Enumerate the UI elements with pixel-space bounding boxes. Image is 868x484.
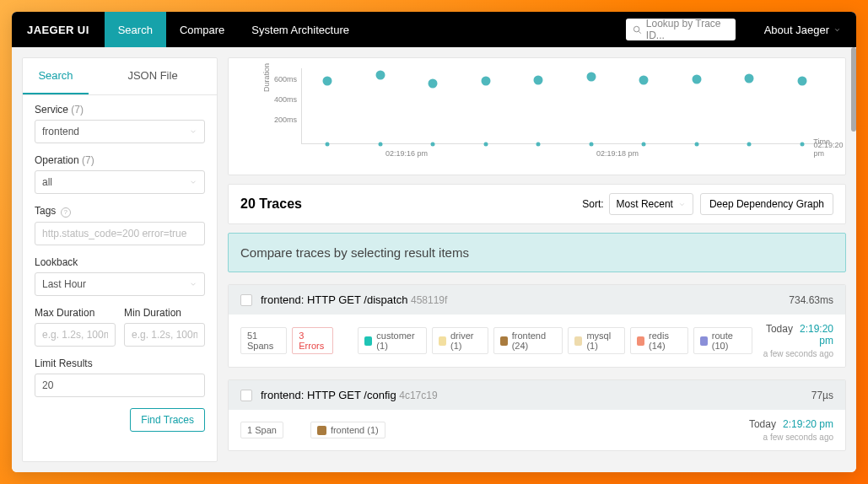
field-limit: Limit Results bbox=[35, 358, 205, 397]
field-operation: Operation (7) all bbox=[35, 154, 205, 194]
service-tag: mysql (1) bbox=[568, 327, 625, 354]
chart-point[interactable] bbox=[694, 142, 698, 146]
results-count: 20 Traces bbox=[240, 196, 302, 212]
trace-duration: 77µs bbox=[811, 390, 833, 401]
chart-point[interactable] bbox=[378, 142, 382, 146]
chevron-down-icon bbox=[189, 280, 197, 288]
field-min-duration: Min Duration bbox=[124, 307, 205, 347]
field-max-duration: Max Duration bbox=[35, 307, 116, 347]
search-icon bbox=[633, 24, 642, 35]
help-icon[interactable]: ? bbox=[61, 207, 71, 218]
limit-input[interactable] bbox=[35, 374, 205, 397]
field-service: Service (7) frontend bbox=[35, 104, 205, 143]
nav-compare[interactable]: Compare bbox=[166, 12, 238, 47]
service-tag: route (10) bbox=[693, 327, 752, 354]
span-count-tag: 1 Span bbox=[240, 422, 283, 438]
span-count-tag: 51 Spans bbox=[240, 327, 287, 354]
trace-card[interactable]: frontend: HTTP GET /config 4c17c1977µs1 … bbox=[228, 379, 846, 451]
trace-header: frontend: HTTP GET /dispatch 458119f734.… bbox=[229, 285, 845, 315]
chart-point[interactable] bbox=[483, 142, 488, 146]
svg-point-0 bbox=[633, 26, 639, 32]
topbar: JAEGER UI Search Compare System Architec… bbox=[12, 12, 856, 47]
lookup-placeholder: Lookup by Trace ID... bbox=[646, 18, 729, 41]
results-main: Duration Time 200ms400ms600ms02:19:16 pm… bbox=[228, 57, 846, 462]
trace-header: frontend: HTTP GET /config 4c17c1977µs bbox=[229, 380, 845, 410]
chevron-down-icon bbox=[189, 127, 197, 136]
chart-xtick: 02:19:18 pm bbox=[596, 149, 639, 158]
service-tag: driver (1) bbox=[432, 327, 488, 354]
trace-id: 458119f bbox=[411, 294, 447, 306]
operation-select[interactable]: all bbox=[35, 170, 205, 194]
chart-point[interactable] bbox=[534, 76, 543, 85]
chart-point[interactable] bbox=[797, 77, 806, 86]
trace-title: frontend: HTTP GET /dispatch 458119f bbox=[261, 293, 447, 306]
chart-ytick: 200ms bbox=[274, 116, 297, 124]
chart-point[interactable] bbox=[639, 76, 649, 85]
chart-point[interactable] bbox=[323, 77, 332, 86]
sort-label: Sort: bbox=[582, 198, 603, 210]
service-tag: customer (1) bbox=[358, 327, 427, 354]
nav-architecture[interactable]: System Architecture bbox=[238, 12, 363, 47]
chevron-down-icon bbox=[678, 201, 686, 208]
compare-banner: Compare traces by selecting result items bbox=[228, 233, 846, 272]
trace-body: 1 Spanfrontend (1)Today2:19:20 pma few s… bbox=[229, 410, 845, 450]
chart-point[interactable] bbox=[431, 142, 435, 146]
chart-ylabel: Duration bbox=[262, 63, 271, 92]
chart-ytick: 600ms bbox=[274, 75, 297, 83]
chart-point[interactable] bbox=[326, 142, 330, 146]
chart-point[interactable] bbox=[800, 142, 804, 146]
trace-checkbox[interactable] bbox=[240, 294, 252, 306]
chart-xtick: 02:19:20 pm bbox=[813, 141, 843, 158]
trace-lookup-input[interactable]: Lookup by Trace ID... bbox=[626, 19, 736, 40]
tags-input[interactable] bbox=[35, 222, 205, 245]
chart-point[interactable] bbox=[536, 142, 541, 146]
deep-dependency-graph-button[interactable]: Deep Dependency Graph bbox=[700, 193, 833, 215]
chart-point[interactable] bbox=[747, 142, 752, 146]
body: Search JSON File Service (7) frontend Op… bbox=[12, 47, 856, 472]
field-tags: Tags ? bbox=[35, 205, 205, 245]
sort-select[interactable]: Most Recent bbox=[609, 193, 693, 215]
tab-search[interactable]: Search bbox=[23, 58, 89, 94]
brand[interactable]: JAEGER UI bbox=[12, 24, 105, 36]
chart-point[interactable] bbox=[586, 73, 596, 82]
service-tag: frontend (24) bbox=[493, 327, 563, 354]
lookback-select[interactable]: Last Hour bbox=[35, 272, 205, 296]
service-tag: redis (14) bbox=[630, 327, 688, 354]
chevron-down-icon bbox=[833, 26, 841, 34]
chart-ytick: 400ms bbox=[274, 95, 297, 104]
find-traces-button[interactable]: Find Traces bbox=[130, 408, 205, 432]
chart-point[interactable] bbox=[375, 70, 385, 79]
chart-point[interactable] bbox=[642, 142, 646, 146]
sidebar-tabs: Search JSON File bbox=[23, 58, 217, 95]
scatter-chart[interactable]: Duration Time 200ms400ms600ms02:19:16 pm… bbox=[228, 57, 846, 175]
field-lookback: Lookback Last Hour bbox=[35, 256, 205, 296]
max-duration-input[interactable] bbox=[35, 323, 116, 347]
chart-point[interactable] bbox=[429, 79, 438, 89]
search-sidebar: Search JSON File Service (7) frontend Op… bbox=[22, 57, 218, 462]
chart-xtick: 02:19:16 pm bbox=[385, 149, 428, 158]
chevron-down-icon bbox=[189, 178, 197, 186]
errors-tag: 3 Errors bbox=[292, 327, 333, 354]
trace-duration: 734.63ms bbox=[789, 294, 833, 306]
trace-id: 4c17c19 bbox=[399, 390, 437, 401]
chart-point[interactable] bbox=[692, 74, 701, 83]
trace-time: Today2:19:20 pma few seconds ago bbox=[763, 323, 834, 358]
results-header: 20 Traces Sort: Most Recent Deep Depende… bbox=[228, 184, 846, 224]
chart-area: Duration Time 200ms400ms600ms02:19:16 pm… bbox=[264, 65, 835, 166]
tab-json-file[interactable]: JSON File bbox=[89, 58, 217, 94]
chart-point[interactable] bbox=[481, 77, 490, 86]
trace-body: 51 Spans3 Errorscustomer (1)driver (1)fr… bbox=[229, 315, 845, 367]
trace-title: frontend: HTTP GET /config 4c17c19 bbox=[261, 389, 438, 401]
service-tag: frontend (1) bbox=[310, 422, 385, 438]
chart-point[interactable] bbox=[589, 142, 593, 146]
chart-point[interactable] bbox=[745, 73, 754, 83]
service-select[interactable]: frontend bbox=[35, 120, 205, 143]
about-menu[interactable]: About Jaeger bbox=[749, 24, 856, 36]
min-duration-input[interactable] bbox=[124, 323, 205, 347]
app-window: JAEGER UI Search Compare System Architec… bbox=[12, 12, 856, 472]
trace-checkbox[interactable] bbox=[240, 390, 252, 401]
nav-search[interactable]: Search bbox=[105, 12, 166, 47]
trace-time: Today2:19:20 pma few seconds ago bbox=[749, 418, 833, 442]
trace-card[interactable]: frontend: HTTP GET /dispatch 458119f734.… bbox=[228, 284, 846, 368]
